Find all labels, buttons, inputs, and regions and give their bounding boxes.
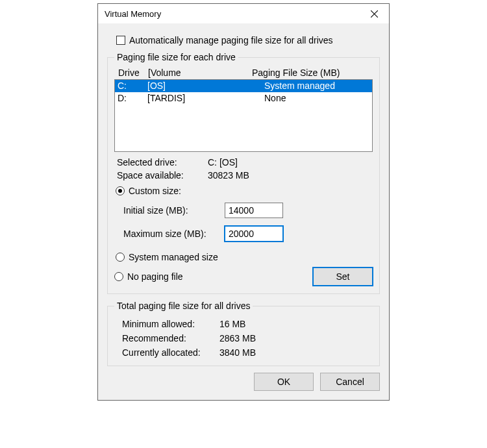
totals-group: Total paging file size for all drives Mi… xyxy=(107,301,380,366)
auto-manage-label: Automatically manage paging file size fo… xyxy=(129,35,333,45)
no-paging-radio-row[interactable]: No paging file xyxy=(114,271,183,282)
hdr-volume: [Volume xyxy=(148,68,252,78)
space-available-label: Space available: xyxy=(117,170,208,180)
close-icon xyxy=(371,10,378,18)
drive-list-header: Drive [Volume Paging File Size (MB) xyxy=(114,66,373,79)
no-paging-radio[interactable] xyxy=(114,272,123,281)
recommended-label: Recommended: xyxy=(122,333,219,343)
drive-list[interactable]: C: [OS] System managed D: [TARDIS] None xyxy=(114,79,373,152)
selected-drive-value: C: [OS] xyxy=(208,157,238,168)
auto-manage-checkbox[interactable] xyxy=(116,36,125,45)
ok-button[interactable]: OK xyxy=(254,373,314,391)
cancel-button[interactable]: Cancel xyxy=(320,373,380,391)
window-title: Virtual Memory xyxy=(105,9,161,19)
custom-size-label: Custom size: xyxy=(129,186,181,196)
client-area: Automatically manage paging file size fo… xyxy=(98,23,389,400)
set-button[interactable]: Set xyxy=(313,268,373,286)
hdr-pfs: Paging File Size (MB) xyxy=(252,68,373,78)
dialog-buttons: OK Cancel xyxy=(107,373,380,391)
custom-size-radio-row[interactable]: Custom size: xyxy=(116,186,373,196)
space-available-value: 30823 MB xyxy=(208,170,249,180)
close-button[interactable] xyxy=(360,4,389,23)
selected-drive-row: Selected drive: C: [OS] xyxy=(114,157,373,168)
totals-legend: Total paging file size for all drives xyxy=(114,301,253,311)
no-paging-label: No paging file xyxy=(127,271,183,282)
initial-size-input[interactable] xyxy=(225,203,283,218)
system-managed-radio-row[interactable]: System managed size xyxy=(116,252,373,262)
row-pfs: System managed xyxy=(264,80,372,92)
auto-manage-row[interactable]: Automatically manage paging file size fo… xyxy=(116,35,380,45)
row-volume: [TARDIS] xyxy=(147,92,264,105)
system-managed-radio[interactable] xyxy=(116,253,125,262)
recommended-row: Recommended: 2863 MB xyxy=(119,333,373,343)
hdr-drive: Drive xyxy=(118,68,148,78)
space-available-row: Space available: 30823 MB xyxy=(114,170,373,180)
maximum-size-input[interactable] xyxy=(225,226,283,242)
current-row: Currently allocated: 3840 MB xyxy=(119,347,373,358)
paging-per-drive-legend: Paging file size for each drive xyxy=(114,52,238,62)
system-managed-label: System managed size xyxy=(129,252,218,262)
initial-size-label: Initial size (MB): xyxy=(123,205,225,216)
row-drive: C: xyxy=(118,80,147,92)
drive-row[interactable]: D: [TARDIS] None xyxy=(115,92,372,105)
min-allowed-label: Minimum allowed: xyxy=(122,319,219,329)
no-paging-row: No paging file Set xyxy=(114,268,373,286)
virtual-memory-dialog: Virtual Memory Automatically manage pagi… xyxy=(97,3,390,401)
maximum-size-row: Maximum size (MB): xyxy=(123,225,373,243)
paging-per-drive-group: Paging file size for each drive Drive [V… xyxy=(107,52,380,294)
drive-row[interactable]: C: [OS] System managed xyxy=(115,80,372,92)
recommended-value: 2863 MB xyxy=(219,333,256,343)
min-allowed-value: 16 MB xyxy=(219,319,245,329)
selected-drive-label: Selected drive: xyxy=(117,157,208,168)
current-label: Currently allocated: xyxy=(122,347,219,358)
titlebar: Virtual Memory xyxy=(98,4,389,23)
initial-size-row: Initial size (MB): xyxy=(123,201,373,219)
row-volume: [OS] xyxy=(147,80,264,92)
current-value: 3840 MB xyxy=(219,347,256,358)
row-pfs: None xyxy=(264,92,372,105)
maximum-size-label: Maximum size (MB): xyxy=(123,229,225,239)
min-allowed-row: Minimum allowed: 16 MB xyxy=(119,319,373,329)
row-drive: D: xyxy=(118,92,147,105)
custom-size-radio[interactable] xyxy=(116,186,125,195)
